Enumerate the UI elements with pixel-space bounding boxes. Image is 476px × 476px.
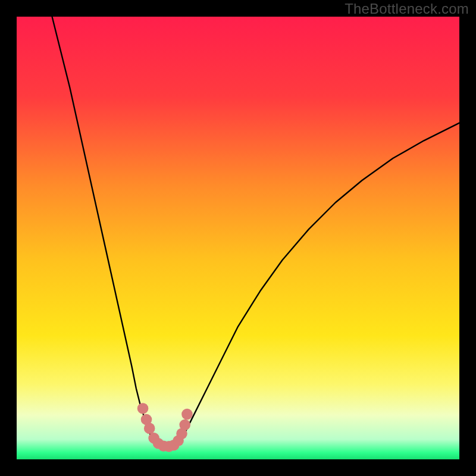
chart-curves-layer <box>17 17 459 459</box>
marker-point <box>181 409 193 420</box>
watermark-text: TheBottleneck.com <box>345 1 469 17</box>
marker-point <box>144 423 155 434</box>
marker-point <box>179 419 190 431</box>
marker-point <box>137 403 149 414</box>
chart-plot-area <box>17 17 459 459</box>
series-right-rising-curve <box>176 123 459 446</box>
chart-frame: TheBottleneck.com <box>0 0 476 476</box>
series-left-falling-curve <box>52 17 159 446</box>
